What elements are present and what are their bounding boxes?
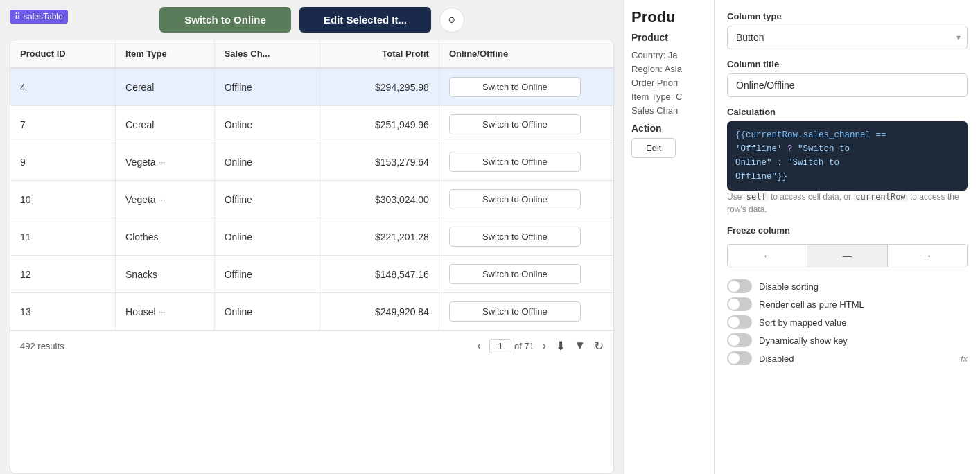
table-row: 7CerealOnline$251,949.96Switch to Offlin… bbox=[10, 106, 613, 143]
circle-button[interactable]: ○ bbox=[439, 8, 464, 33]
cell-item-type: Vegeta ··· bbox=[116, 181, 215, 218]
refresh-button[interactable]: ↻ bbox=[594, 339, 604, 353]
page-total: of 71 bbox=[514, 341, 534, 351]
table-container: Product ID Item Type Sales Ch... Total P… bbox=[10, 40, 614, 474]
sort-mapped-label: Sort by mapped value bbox=[759, 317, 846, 328]
switch-to-online-button[interactable]: Switch to Online bbox=[159, 7, 291, 33]
cell-item-type: Cereal bbox=[116, 106, 215, 143]
dynamic-key-toggle[interactable] bbox=[727, 333, 752, 347]
calculation-section: Calculation {{currentRow.sales_channel =… bbox=[727, 107, 968, 216]
dynamic-key-label: Dynamically show key bbox=[759, 335, 848, 346]
disabled-label: Disabled bbox=[759, 353, 794, 364]
freeze-center-button[interactable]: — bbox=[807, 245, 887, 267]
cell-total-profit: $221,201.28 bbox=[320, 218, 439, 256]
freeze-right-button[interactable]: → bbox=[888, 245, 967, 267]
pagination: 492 results ‹ of 71 › ⬇ ▼ ↻ bbox=[10, 331, 613, 360]
cell-product-id: 10 bbox=[10, 181, 116, 218]
cell-sales-channel: Online bbox=[214, 218, 320, 256]
calculation-hint: Use self to access cell data, or current… bbox=[727, 191, 968, 216]
switch-to-offline-button[interactable]: Switch to Offline bbox=[449, 227, 581, 247]
column-type-select[interactable]: Button bbox=[727, 26, 968, 49]
cell-action-button: Switch to Offline bbox=[439, 293, 613, 331]
toggle-dynamic-key: Dynamically show key bbox=[727, 331, 968, 349]
disable-sorting-toggle[interactable] bbox=[727, 279, 752, 293]
cell-total-profit: $153,279.64 bbox=[320, 143, 439, 181]
switch-to-offline-button[interactable]: Switch to Offline bbox=[449, 114, 581, 134]
toggle-disabled: Disabled fx bbox=[727, 349, 968, 367]
freeze-column-section: Freeze column ← — → bbox=[727, 225, 968, 267]
switch-to-online-button[interactable]: Switch to Online bbox=[449, 189, 581, 209]
cell-product-id: 11 bbox=[10, 218, 116, 256]
toggle-disable-sorting: Disable sorting bbox=[727, 277, 968, 295]
results-count: 492 results bbox=[20, 341, 64, 351]
detail-panel: Produ Product Country: Ja Region: Asia O… bbox=[624, 0, 714, 474]
cell-item-type: Snacks bbox=[116, 256, 215, 293]
cell-action-button: Switch to Online bbox=[439, 256, 613, 293]
cell-sales-channel: Offline bbox=[214, 181, 320, 218]
detail-field-region: Region: Asia bbox=[631, 64, 707, 74]
cell-product-id: 13 bbox=[10, 293, 116, 331]
fx-icon: fx bbox=[961, 353, 968, 364]
detail-action-label: Action bbox=[631, 123, 707, 134]
prev-page-button[interactable]: ‹ bbox=[473, 338, 485, 353]
table-area: ⠿ salesTable Switch to Online Edit Selec… bbox=[0, 0, 624, 474]
detail-field-item-type: Item Type: C bbox=[631, 91, 707, 102]
toggles-section: Disable sorting Render cell as pure HTML… bbox=[727, 277, 968, 367]
render-html-label: Render cell as pure HTML bbox=[759, 299, 864, 310]
cell-product-id: 4 bbox=[10, 68, 116, 106]
table-row: 13Housel ···Online$249,920.84Switch to O… bbox=[10, 293, 613, 331]
toggle-sort-mapped: Sort by mapped value bbox=[727, 313, 968, 331]
page-info: of 71 bbox=[489, 339, 534, 353]
grid-icon: ⠿ bbox=[15, 12, 21, 21]
column-title-input[interactable] bbox=[727, 73, 968, 97]
table-row: 9Vegeta ···Online$153,279.64Switch to Of… bbox=[10, 143, 613, 181]
cell-total-profit: $251,949.96 bbox=[320, 106, 439, 143]
cell-sales-channel: Online bbox=[214, 106, 320, 143]
switch-to-offline-button[interactable]: Switch to Offline bbox=[449, 152, 581, 172]
cell-action-button: Switch to Offline bbox=[439, 143, 613, 181]
edit-button[interactable]: Edit bbox=[631, 138, 676, 158]
cell-item-type: Clothes bbox=[116, 218, 215, 256]
edit-selected-button[interactable]: Edit Selected It... bbox=[299, 7, 431, 33]
cell-sales-channel: Offline bbox=[214, 256, 320, 293]
render-html-toggle[interactable] bbox=[727, 297, 752, 311]
sort-mapped-toggle[interactable] bbox=[727, 315, 752, 329]
cell-total-profit: $249,920.84 bbox=[320, 293, 439, 331]
pagination-icons: ⬇ ▼ ↻ bbox=[556, 339, 604, 353]
cell-item-type: Cereal bbox=[116, 68, 215, 106]
cell-total-profit: $303,024.00 bbox=[320, 181, 439, 218]
freeze-left-button[interactable]: ← bbox=[728, 245, 807, 267]
cell-action-button: Switch to Offline bbox=[439, 218, 613, 256]
download-button[interactable]: ⬇ bbox=[556, 339, 566, 353]
table-row: 12SnacksOffline$148,547.16Switch to Onli… bbox=[10, 256, 613, 293]
table-header-row: Product ID Item Type Sales Ch... Total P… bbox=[10, 40, 613, 68]
cell-product-id: 9 bbox=[10, 143, 116, 181]
table-label: ⠿ salesTable bbox=[10, 10, 68, 24]
column-title-section: Column title bbox=[727, 59, 968, 97]
cell-sales-channel: Online bbox=[214, 143, 320, 181]
freeze-column-label: Freeze column bbox=[727, 225, 968, 236]
filter-button[interactable]: ▼ bbox=[574, 339, 586, 353]
data-table: Product ID Item Type Sales Ch... Total P… bbox=[10, 40, 613, 331]
switch-to-offline-button[interactable]: Switch to Offline bbox=[449, 301, 581, 322]
page-number-input[interactable] bbox=[489, 339, 511, 353]
freeze-buttons-group: ← — → bbox=[727, 244, 968, 267]
next-page-button[interactable]: › bbox=[539, 338, 550, 353]
calculation-code-editor[interactable]: {{currentRow.sales_channel == 'Offline' … bbox=[727, 121, 968, 191]
switch-to-online-button[interactable]: Switch to Online bbox=[449, 264, 581, 284]
switch-to-online-button[interactable]: Switch to Online bbox=[449, 77, 581, 97]
detail-subtitle: Product bbox=[631, 32, 707, 43]
toggle-render-html: Render cell as pure HTML bbox=[727, 295, 968, 313]
col-header-sales-channel: Sales Ch... bbox=[214, 40, 320, 68]
cell-total-profit: $148,547.16 bbox=[320, 256, 439, 293]
table-row: 11ClothesOnline$221,201.28Switch to Offl… bbox=[10, 218, 613, 256]
col-header-total-profit: Total Profit bbox=[320, 40, 439, 68]
column-title-label: Column title bbox=[727, 59, 968, 69]
col-header-product-id: Product ID bbox=[10, 40, 116, 68]
cell-action-button: Switch to Online bbox=[439, 68, 613, 106]
col-header-item-type: Item Type bbox=[116, 40, 215, 68]
detail-field-country: Country: Ja bbox=[631, 50, 707, 60]
disabled-toggle[interactable] bbox=[727, 351, 752, 365]
cell-product-id: 12 bbox=[10, 256, 116, 293]
disable-sorting-label: Disable sorting bbox=[759, 281, 819, 292]
